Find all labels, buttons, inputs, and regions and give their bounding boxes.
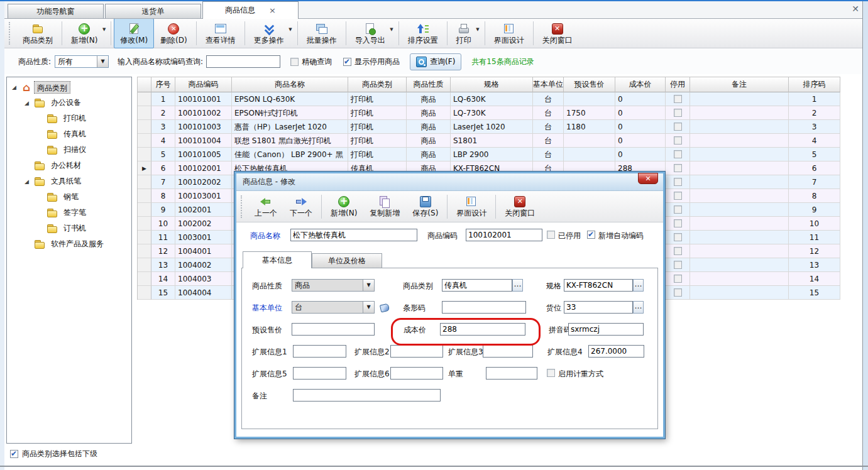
table-cell-name[interactable]: 联想 S1801 黑白激光打印机 xyxy=(232,134,348,148)
table-cell-cost[interactable]: 0 xyxy=(615,120,666,134)
ext1-input[interactable] xyxy=(293,345,346,358)
table-cell-note[interactable] xyxy=(690,217,789,231)
table-cell-seq[interactable]: 6 xyxy=(151,161,175,175)
dialog-close-button[interactable]: ✕ xyxy=(638,173,658,184)
expander-icon[interactable]: ◢ xyxy=(22,100,31,106)
location-picker-button[interactable]: … xyxy=(633,301,644,314)
table-cell-seq[interactable]: 5 xyxy=(151,148,175,161)
table-cell-code[interactable]: 100101005 xyxy=(175,148,232,161)
grid-header-cell[interactable]: 序号 xyxy=(151,77,175,92)
table-cell-sort[interactable]: 8 xyxy=(789,189,840,203)
table-cell-seq[interactable]: 2 xyxy=(151,106,175,120)
table-cell-note[interactable] xyxy=(690,244,789,258)
table-cell-seq[interactable]: 15 xyxy=(151,286,175,300)
table-cell-sort[interactable]: 9 xyxy=(789,203,840,217)
toolbar-button-sort[interactable]: 排序设置 xyxy=(402,18,444,48)
table-cell-spec[interactable]: S1801 xyxy=(451,134,533,148)
table-cell-cost[interactable]: 0 xyxy=(615,148,666,161)
dialog-toolbar-grip[interactable] xyxy=(241,195,244,218)
table-cell-disabled[interactable] xyxy=(666,106,690,120)
table-cell-seq[interactable]: 3 xyxy=(151,120,175,134)
table-cell-disabled[interactable] xyxy=(666,161,690,175)
stop-checkbox[interactable] xyxy=(674,233,682,241)
toolbar-button-plus[interactable]: 新增(N)▼ xyxy=(65,18,108,48)
include-sub-checkbox[interactable] xyxy=(10,450,18,458)
tree-item[interactable]: 钢笔 xyxy=(7,189,131,205)
tree-item[interactable]: 打印机 xyxy=(7,111,131,126)
table-cell-code[interactable]: 100101002 xyxy=(175,106,232,120)
table-cell-sort[interactable]: 7 xyxy=(789,175,840,189)
table-cell-nature[interactable]: 商品 xyxy=(407,120,451,134)
table-cell-name[interactable]: 佳能（Canon） LBP 2900+ 黑 xyxy=(232,148,348,161)
toolbar-button-more[interactable]: 更多操作▼ xyxy=(248,18,295,48)
grid-header-cell[interactable]: 停用 xyxy=(666,77,690,92)
table-cell-sort[interactable]: 1 xyxy=(789,92,840,106)
grid-header-cell[interactable]: 成本价 xyxy=(615,77,666,92)
table-cell-note[interactable] xyxy=(690,175,789,189)
stop-checkbox[interactable] xyxy=(674,136,682,145)
weight-input[interactable] xyxy=(486,367,537,380)
spec-input[interactable] xyxy=(564,279,633,292)
autocode-checkbox[interactable] xyxy=(587,231,595,239)
grid-header-cell[interactable]: 商品类别 xyxy=(348,77,407,92)
table-cell-code[interactable]: 100102001 xyxy=(175,161,232,175)
ext2-input[interactable] xyxy=(390,345,443,358)
window-close-icon[interactable]: ✕ xyxy=(852,4,859,13)
query-button[interactable]: 查询(F) xyxy=(410,53,461,70)
stop-checkbox[interactable] xyxy=(674,205,682,214)
table-cell-price[interactable]: 1180 xyxy=(564,120,615,134)
table-cell-spec[interactable]: LaserJet 1020 xyxy=(451,120,533,134)
table-cell-note[interactable] xyxy=(690,286,789,300)
weigh-mode-checkbox[interactable] xyxy=(547,369,555,377)
stop-checkbox[interactable] xyxy=(674,95,682,103)
table-cell-sort[interactable]: 2 xyxy=(789,106,840,120)
table-cell-sort[interactable]: 5 xyxy=(789,148,840,161)
unit-book-icon[interactable] xyxy=(380,302,390,312)
table-cell-disabled[interactable] xyxy=(666,272,690,286)
table-cell-code[interactable]: 1003001 xyxy=(175,231,232,244)
tab-送货单[interactable]: 送货单 xyxy=(105,4,201,19)
stop-checkbox[interactable] xyxy=(674,192,682,200)
grid-header-cell[interactable]: 商品性质 xyxy=(407,77,451,92)
toolbar-button-edit[interactable]: 修改(M) xyxy=(114,18,154,48)
table-cell-code[interactable]: 1004004 xyxy=(175,286,232,300)
table-cell-note[interactable] xyxy=(690,231,789,244)
table-cell-price[interactable] xyxy=(564,148,615,161)
table-cell-disabled[interactable] xyxy=(666,189,690,203)
note-input[interactable] xyxy=(293,389,441,402)
table-cell-nature[interactable]: 商品 xyxy=(407,148,451,161)
toolbar-button-impexp[interactable]: 导入导出▼ xyxy=(349,18,396,48)
table-cell-seq[interactable]: 8 xyxy=(151,189,175,203)
table-cell-sort[interactable]: 15 xyxy=(789,286,840,300)
toolbar-button-next[interactable]: 下一个 xyxy=(283,192,319,222)
category-input[interactable] xyxy=(442,279,512,292)
toolbar-button-print[interactable]: 打印▼ xyxy=(450,18,482,48)
table-cell-code[interactable]: 100101001 xyxy=(175,92,232,106)
table-cell-price[interactable] xyxy=(564,92,615,106)
table-cell-cost[interactable]: 0 xyxy=(615,106,666,120)
table-cell-nature[interactable]: 商品 xyxy=(407,134,451,148)
dropdown-arrow-icon[interactable]: ▼ xyxy=(390,27,393,32)
table-cell-sort[interactable]: 4 xyxy=(789,134,840,148)
table-cell-code[interactable]: 1004001 xyxy=(175,244,232,258)
toolbar-button-plus[interactable]: 新增(N) xyxy=(324,192,363,222)
table-cell-note[interactable] xyxy=(690,258,789,272)
dropdown-arrow-icon[interactable]: ▼ xyxy=(288,27,292,32)
cost-input[interactable] xyxy=(440,323,525,336)
grid-header-cell[interactable]: 排序码 xyxy=(789,77,840,92)
toolbar-button-closewin[interactable]: 关闭窗口 xyxy=(536,18,579,48)
table-cell-seq[interactable]: 7 xyxy=(151,175,175,189)
tree-item[interactable]: 办公耗材 xyxy=(7,158,131,173)
chevron-down-icon[interactable]: ▼ xyxy=(97,56,108,67)
table-cell-sort[interactable]: 3 xyxy=(789,120,840,134)
table-cell-note[interactable] xyxy=(690,134,789,148)
expander-icon[interactable]: ◢ xyxy=(9,84,19,90)
table-cell-disabled[interactable] xyxy=(666,258,690,272)
table-cell-seq[interactable]: 4 xyxy=(151,134,175,148)
nature-filter-select[interactable]: 所有 ▼ xyxy=(55,55,109,68)
table-cell-name[interactable]: EPSON针式打印机 xyxy=(232,106,348,120)
tab-商品信息[interactable]: 商品信息× xyxy=(202,1,299,19)
disabled-checkbox[interactable] xyxy=(547,231,555,239)
table-cell-seq[interactable]: 10 xyxy=(151,217,175,231)
stop-checkbox[interactable] xyxy=(674,261,682,269)
